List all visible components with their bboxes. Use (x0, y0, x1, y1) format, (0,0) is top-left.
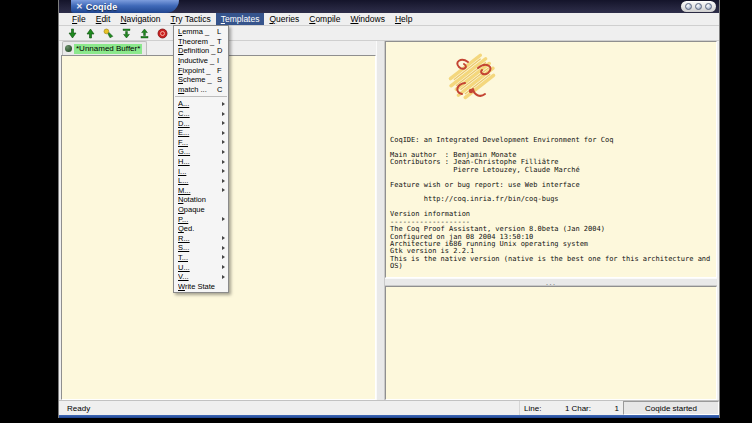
templates-menu-item[interactable]: C... (174, 109, 228, 119)
coqtop-status-text: Coqide started (645, 404, 697, 413)
interrupt-icon[interactable] (157, 28, 168, 39)
templates-menu-item[interactable]: T... (174, 253, 228, 263)
menu-bar-item[interactable]: Navigation (115, 13, 165, 25)
menu-item-label: L... (178, 176, 213, 185)
menu-separator (175, 96, 227, 97)
menu-bar-item[interactable]: Compile (304, 13, 345, 25)
restart-icon[interactable] (139, 28, 150, 39)
submenu-arrow-icon (222, 179, 225, 183)
menu-bar-item[interactable]: File (67, 13, 91, 25)
menu-item-label: I... (178, 167, 213, 176)
buffer-tab[interactable]: *Unnamed Buffer* (62, 41, 147, 55)
menu-bar-item-label: File (72, 14, 86, 24)
templates-menu-item[interactable]: H... (174, 157, 228, 167)
templates-menu-item[interactable]: U... (174, 262, 228, 272)
menu-item-label: F... (178, 138, 213, 147)
menu-item-label: R... (178, 234, 213, 243)
menu-bar-item-label: Help (395, 14, 412, 24)
menu-item-label: Fixpoint _ (178, 66, 217, 75)
templates-menu-item[interactable]: Write State (174, 281, 228, 291)
menu-item-label: H... (178, 157, 213, 166)
templates-menu-item[interactable]: M... (174, 186, 228, 196)
about-text-line: http://coq.inria.fr/bin/coq-bugs (390, 196, 716, 203)
char-value: 1 (593, 404, 619, 413)
menu-bar-item[interactable]: Templates (216, 13, 265, 25)
menu-item-accelerator: D (217, 46, 225, 55)
menu-bar-item[interactable]: Help (390, 13, 417, 25)
title-tab[interactable]: ✕ Coqide (71, 0, 179, 13)
templates-menu-item[interactable]: Theorem _ T (174, 37, 228, 47)
templates-menu-item[interactable]: A... (174, 99, 228, 109)
templates-menu-item[interactable]: F... (174, 138, 228, 148)
menu-item-label: Scheme _ (178, 75, 217, 84)
proof-column: CoqIDE: an Integrated Development Enviro… (385, 41, 717, 400)
menu-item-label: Inductive _ (178, 56, 217, 65)
templates-menu-item[interactable]: Qed. (174, 224, 228, 234)
about-text-line: CoqIDE: an Integrated Development Enviro… (390, 137, 716, 144)
message-pane[interactable] (385, 286, 717, 400)
status-bar: Ready Line: 1 Char: 1 Coqide started (59, 400, 719, 415)
templates-menu-item[interactable]: Opaque (174, 205, 228, 215)
templates-menu-item[interactable]: Definition _ D (174, 46, 228, 56)
menu-bar-item[interactable]: Queries (264, 13, 304, 25)
minimize-button[interactable] (685, 3, 692, 10)
menu-bar-item[interactable]: Edit (91, 13, 116, 25)
menu-bar-item[interactable]: Windows (345, 13, 390, 25)
menu-item-label: Lemma _ (178, 27, 217, 36)
menu-item-label: D... (178, 119, 213, 128)
templates-menu-item[interactable]: Inductive _ I (174, 56, 228, 66)
templates-menu-item[interactable]: R... (174, 233, 228, 243)
go-to-end-icon[interactable] (121, 28, 132, 39)
templates-menu-item[interactable]: D... (174, 118, 228, 128)
templates-menu-item[interactable]: I... (174, 166, 228, 176)
window-bottom-border (59, 415, 719, 418)
templates-menu-item[interactable]: S... (174, 243, 228, 253)
templates-menu-item[interactable]: match ... C (174, 85, 228, 95)
toolbar (59, 26, 719, 41)
templates-menu-item[interactable]: Scheme _ S (174, 75, 228, 85)
menu-item-accelerator: S (217, 75, 225, 84)
menu-bar-item-label: Edit (96, 14, 111, 24)
goal-pane[interactable]: CoqIDE: an Integrated Development Enviro… (385, 41, 717, 278)
templates-menu-item[interactable]: E... (174, 128, 228, 138)
go-to-cursor-icon[interactable] (103, 28, 114, 39)
menu-bar-item-label: Queries (269, 14, 299, 24)
menu-item-label: G... (178, 147, 213, 156)
menu-item-label: Definition _ (178, 46, 217, 55)
about-text-line: OS) (390, 263, 716, 270)
templates-menu-item[interactable]: V... (174, 272, 228, 282)
window-title: Coqide (86, 2, 118, 12)
submenu-arrow-icon (222, 265, 225, 269)
templates-menu-item[interactable]: L... (174, 176, 228, 186)
menu-item-label: P... (178, 215, 213, 224)
templates-menu-item[interactable]: P... (174, 214, 228, 224)
coqide-window: ✕ Coqide File Edit Navigation Try Tactic… (58, 0, 720, 418)
about-text-line: This is the native version (native is th… (390, 256, 716, 263)
templates-menu-item[interactable]: G... (174, 147, 228, 157)
submenu-arrow-icon (222, 255, 225, 259)
menu-bar-item[interactable]: Try Tactics (166, 13, 216, 25)
menu-bar: File Edit Navigation Try Tactics Templat… (59, 13, 719, 26)
window-icon: ✕ (76, 3, 83, 11)
submenu-arrow-icon (222, 150, 225, 154)
submenu-arrow-icon (222, 217, 225, 221)
templates-menu-item[interactable]: Notation (174, 195, 228, 205)
buffer-tab-label: *Unnamed Buffer* (74, 44, 142, 54)
menu-bar-item-label: Try Tactics (171, 14, 211, 24)
close-button[interactable] (705, 3, 712, 10)
step-forward-icon[interactable] (67, 28, 78, 39)
splitter-handle-icon: ... (546, 280, 557, 284)
submenu-arrow-icon (222, 140, 225, 144)
desktop-background: { "window": { "title": "Coqide", "button… (0, 0, 752, 423)
templates-menu-item[interactable]: Lemma _ L (174, 27, 228, 37)
char-label: Char: (571, 404, 591, 413)
vertical-splitter[interactable] (376, 41, 385, 400)
step-backward-icon[interactable] (85, 28, 96, 39)
menu-item-label: Qed. (178, 224, 217, 233)
horizontal-splitter[interactable]: ... (385, 278, 717, 286)
maximize-button[interactable] (695, 3, 702, 10)
templates-menu-item[interactable]: Fixpoint _ F (174, 65, 228, 75)
submenu-arrow-icon (222, 188, 225, 192)
submenu-arrow-icon (222, 131, 225, 135)
title-bar[interactable]: ✕ Coqide (59, 0, 719, 13)
